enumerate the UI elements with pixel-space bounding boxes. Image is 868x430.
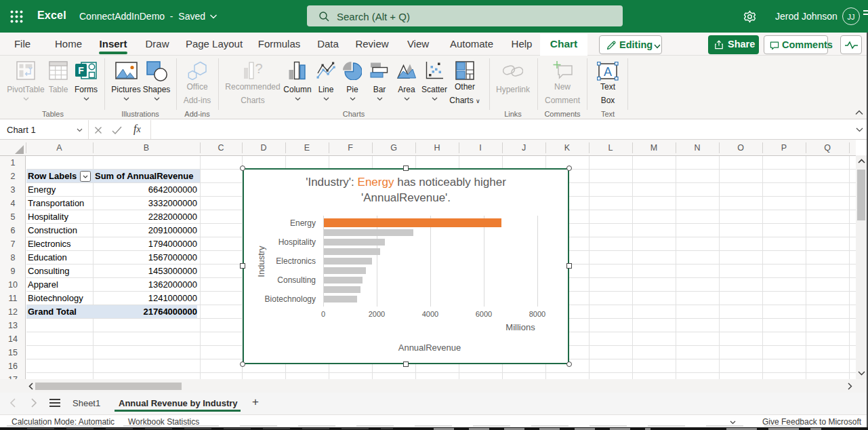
svg-text:?: ?	[255, 61, 262, 76]
svg-text:A: A	[604, 65, 612, 79]
svg-text:F: F	[78, 65, 84, 76]
